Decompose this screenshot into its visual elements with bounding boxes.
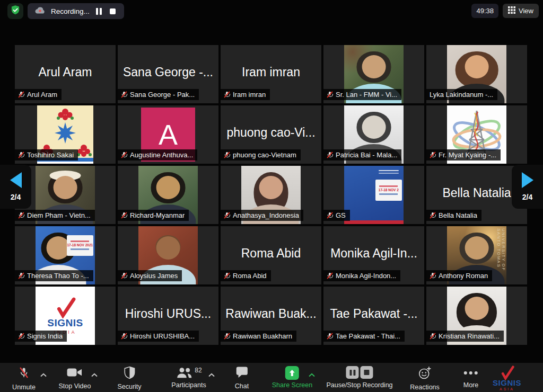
- share-options-chevron[interactable]: [309, 370, 316, 379]
- more-button[interactable]: More: [463, 366, 478, 389]
- participants-button[interactable]: 82 Participants: [171, 366, 206, 389]
- participant-tile[interactable]: Rawiwan Buak... Rawiwan Buakharn: [221, 287, 321, 345]
- muted-mic-icon: [224, 91, 230, 98]
- participant-tile[interactable]: 17-18 NOV 2021 Theresa Thao To -...: [15, 226, 116, 284]
- next-page-arrow[interactable]: [522, 172, 533, 188]
- muted-mic-icon: [327, 212, 333, 219]
- participant-tile[interactable]: Iram imran Iram imran: [221, 45, 321, 103]
- participant-tile[interactable]: Arul Aram Arul Aram: [15, 45, 116, 103]
- meeting-toolbar: Unmute Stop Video Security 82: [0, 363, 543, 392]
- participant-tile[interactable]: SIGNIS INDIA Signis India: [15, 287, 116, 345]
- prev-page-arrow[interactable]: [10, 172, 22, 188]
- muted-mic-icon: [224, 333, 230, 340]
- smiley-plus-icon: [418, 366, 432, 382]
- participant-tile[interactable]: Tae Pakawat -... Tae Pakawat - Thai...: [323, 287, 424, 345]
- participant-label: Aloysius James: [118, 270, 182, 281]
- share-screen-button[interactable]: Share Screen: [272, 366, 312, 389]
- participant-label: Rawiwan Buakharn: [221, 331, 296, 342]
- recording-indicator: Recording...: [28, 3, 124, 19]
- muted-mic-icon: [18, 333, 24, 340]
- participant-label: Theresa Thao To -...: [15, 270, 93, 281]
- participant-label: Roma Abid: [221, 270, 271, 281]
- meeting-timer: 49:38: [471, 4, 498, 18]
- muted-mic-icon: [430, 333, 436, 340]
- view-button[interactable]: View: [503, 4, 539, 18]
- participant-tile[interactable]: A Augustine Anthuva...: [118, 105, 218, 164]
- page-indicator: 2/4: [522, 193, 532, 201]
- muted-mic-icon: [327, 272, 333, 279]
- muted-mic-icon: [121, 91, 127, 98]
- participant-label: Toshihiro Sakai: [15, 149, 78, 161]
- muted-mic-icon: [18, 91, 24, 98]
- muted-mic-icon: [327, 91, 333, 98]
- ellipsis-icon: [463, 366, 478, 380]
- recording-label: Recording...: [51, 7, 90, 15]
- poster-text-box: 17-18 NOV 2021: [67, 235, 93, 256]
- pause-icon: [96, 8, 102, 15]
- pause-stop-recording-button[interactable]: Pause/Stop Recording: [326, 366, 392, 389]
- gallery-grid-icon: [508, 6, 515, 15]
- participant-tile[interactable]: phuong cao-Vi... phuong cao-Vietnam: [221, 105, 321, 164]
- participant-tile[interactable]: Anathasya_Indonesia: [221, 166, 321, 224]
- participant-tile[interactable]: UNIVERSITY OF SANTO TOMAS Anthony Roman: [426, 226, 527, 284]
- participants-count-badge: 82: [195, 367, 202, 374]
- muted-mic-icon: [224, 152, 230, 158]
- participant-label: Monika Agil-Indon...: [323, 270, 400, 281]
- participant-label: Sr. Lan - FMM - Vi...: [323, 89, 401, 100]
- video-options-chevron[interactable]: [91, 370, 98, 379]
- participant-tile[interactable]: Patricia Bai - Mala...: [323, 105, 424, 164]
- stop-video-button[interactable]: Stop Video: [59, 366, 91, 390]
- participant-poster-image: 17-18 NOV 2: [344, 166, 404, 224]
- participant-tile[interactable]: 17-18 NOV 2 GS: [323, 166, 424, 224]
- participant-label: Kristiana Rinawati...: [426, 331, 504, 342]
- muted-mic-icon: [121, 333, 127, 340]
- camera-icon: [67, 366, 83, 381]
- participant-tile[interactable]: Kristiana Rinawati...: [426, 287, 527, 345]
- unmute-button[interactable]: Unmute: [12, 366, 36, 391]
- gallery-next-panel: 2/4: [512, 165, 543, 209]
- participant-label: Diem Pham - Vietn...: [15, 210, 95, 221]
- signis-logo-text: SIGNIS: [47, 317, 83, 329]
- audio-options-chevron[interactable]: [40, 370, 47, 379]
- view-label: View: [519, 7, 533, 15]
- participants-options-chevron[interactable]: [208, 370, 215, 379]
- toolbar-pause-recording-icon[interactable]: [346, 366, 359, 379]
- participant-tile[interactable]: Toshihiro Sakai: [15, 105, 116, 164]
- participant-tile[interactable]: Sr. Lan - FMM - Vi...: [323, 45, 424, 103]
- muted-mic-icon: [121, 212, 127, 219]
- reactions-button[interactable]: Reactions: [410, 366, 440, 391]
- security-button[interactable]: Security: [117, 366, 141, 390]
- shield-check-icon: [10, 5, 21, 17]
- toolbar-stop-recording-icon[interactable]: [361, 366, 373, 379]
- participant-tile[interactable]: Sana George -... Sana George - Pak...: [118, 45, 218, 103]
- participant-label: Iram imran: [221, 89, 270, 100]
- participants-icon: [176, 366, 193, 381]
- pause-recording-button[interactable]: [95, 7, 103, 15]
- participant-tile[interactable]: Roma Abid Roma Abid: [221, 226, 321, 284]
- poster-text-box: 17-18 NOV 2: [375, 180, 402, 201]
- participant-tile[interactable]: Lyka Lakindanum -...: [426, 45, 527, 103]
- gallery-prev-panel: 2/4: [0, 165, 31, 209]
- participant-tile[interactable]: Hiroshi URUS... Hiroshi URUSHIBA...: [118, 287, 218, 345]
- participant-tile[interactable]: Richard-Myanmar: [118, 166, 218, 224]
- muted-mic-icon: [18, 212, 24, 219]
- participant-tile[interactable]: Aloysius James: [118, 226, 218, 284]
- gallery-view: Arul Aram Arul Aram Sana George -... San…: [15, 45, 527, 345]
- stop-recording-button[interactable]: [109, 7, 117, 15]
- page-indicator: 2/4: [11, 193, 21, 201]
- meeting-info-button[interactable]: [7, 3, 23, 19]
- participant-label: Sana George - Pak...: [118, 89, 199, 100]
- muted-mic-icon: [121, 152, 127, 158]
- participant-tile[interactable]: Fr. Myat Kyaing -...: [426, 105, 527, 164]
- stop-icon: [110, 8, 116, 14]
- muted-mic-icon: [121, 272, 127, 279]
- chat-button[interactable]: Chat: [235, 366, 249, 390]
- top-bar: Recording... 49:38 View: [0, 0, 543, 23]
- participant-label: Anathasya_Indonesia: [221, 210, 303, 221]
- participant-tile[interactable]: Monika Agil-In... Monika Agil-Indon...: [323, 226, 424, 284]
- poster-red-strip: [344, 220, 404, 224]
- zoom-meeting-window: Recording... 49:38 View Arul Aram Arul A…: [0, 0, 543, 392]
- participant-label: Anthony Roman: [426, 270, 492, 281]
- participant-label: Bella Natalia: [426, 210, 481, 221]
- participant-label: Arul Aram: [15, 89, 62, 100]
